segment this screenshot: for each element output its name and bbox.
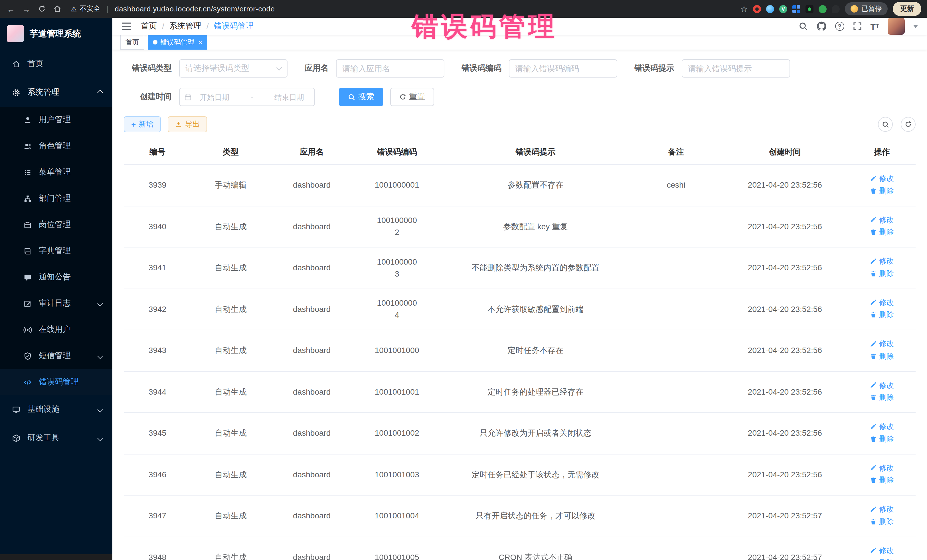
pin-extension-icon[interactable] (832, 5, 840, 13)
cell-app-name: dashboard (271, 247, 353, 288)
delete-link[interactable]: 删除 (870, 227, 894, 238)
sidebar-submenu-item[interactable]: 菜单管理 (0, 159, 112, 185)
delete-link[interactable]: 删除 (870, 268, 894, 279)
app-logo[interactable]: 芋道管理系统 (0, 18, 112, 50)
edit-link[interactable]: 修改 (870, 255, 894, 267)
red-ring-extension-icon[interactable] (753, 5, 761, 13)
error-code-input[interactable] (509, 59, 617, 77)
help-icon[interactable]: ? (835, 22, 844, 31)
error-type-select[interactable]: 请选择错误码类型 (179, 59, 287, 77)
filter-label: 错误码类型 (124, 63, 172, 74)
avatar-caret-icon[interactable] (913, 25, 918, 28)
table-row[interactable]: 3945 自动生成 dashboard 1001001002 只允许修改为开启或… (124, 413, 916, 454)
delete-link[interactable]: 删除 (870, 392, 894, 403)
sidebar-submenu-item[interactable]: 审计日志 (0, 290, 112, 317)
sidebar-submenu-item[interactable]: 在线用户 (0, 317, 112, 343)
cell-remark: ceshi (631, 164, 722, 206)
column-header: 类型 (191, 140, 271, 164)
edit-link[interactable]: 修改 (870, 173, 894, 184)
vue-devtools-extension-icon[interactable]: V (779, 5, 787, 13)
delete-link[interactable]: 删除 (870, 475, 894, 486)
delete-link[interactable]: 删除 (870, 433, 894, 445)
paused-badge[interactable]: 已暂停 (845, 2, 887, 15)
sidebar-item-devtools[interactable]: 研发工具 (0, 424, 112, 452)
refresh-table-button[interactable] (901, 117, 916, 132)
reset-button-label: 重置 (409, 92, 425, 102)
edit-link[interactable]: 修改 (870, 338, 894, 349)
security-indicator[interactable]: ⚠ 不安全 (71, 4, 100, 14)
toggle-search-button[interactable] (878, 117, 893, 132)
search-button[interactable]: 搜索 (339, 88, 383, 106)
reload-button[interactable] (36, 5, 47, 12)
sidebar-submenu-item[interactable]: 用户管理 (0, 107, 112, 133)
table-row[interactable]: 3944 自动生成 dashboard 1001001001 定时任务的处理器已… (124, 371, 916, 413)
tab-home[interactable]: 首页 (120, 35, 144, 50)
edit-link[interactable]: 修改 (870, 379, 894, 391)
table-row[interactable]: 3941 自动生成 dashboard 1001000003 不能删除类型为系统… (124, 247, 916, 288)
sidebar-submenu-item[interactable]: 短信管理 (0, 343, 112, 369)
sidebar-submenu-item[interactable]: 角色管理 (0, 133, 112, 159)
table-row[interactable]: 3946 自动生成 dashboard 1001001003 定时任务已经处于该… (124, 454, 916, 495)
sidebar-item-home[interactable]: 首页 (0, 50, 112, 78)
cell-actions: 修改 删除 (848, 330, 916, 371)
delete-link[interactable]: 删除 (870, 351, 894, 362)
table-row[interactable]: 3948 自动生成 dashboard 1001001005 CRON 表达式不… (124, 537, 916, 560)
hamburger-menu-icon[interactable] (122, 22, 132, 31)
edit-link[interactable]: 修改 (870, 462, 894, 473)
edit-link[interactable]: 修改 (870, 504, 894, 514)
on-switch-extension-icon[interactable] (805, 5, 813, 13)
back-button[interactable]: ← (6, 4, 16, 14)
sidebar-submenu-item[interactable]: 部门管理 (0, 185, 112, 212)
table-row[interactable]: 3947 自动生成 dashboard 1001001004 只有开启状态的任务… (124, 495, 916, 537)
breadcrumb-home[interactable]: 首页 (141, 21, 157, 31)
add-button[interactable]: + 新增 (124, 116, 161, 132)
blue-grid-extension-icon[interactable] (792, 5, 800, 13)
delete-link[interactable]: 删除 (870, 310, 894, 320)
edit-link[interactable]: 修改 (870, 421, 894, 432)
start-date-input[interactable] (194, 93, 235, 101)
filter-label: 错误码提示 (634, 63, 674, 74)
table-row[interactable]: 3942 自动生成 dashboard 1001000004 不允许获取敏感配置… (124, 288, 916, 330)
edit-link[interactable]: 修改 (870, 297, 894, 308)
sidebar-submenu-item[interactable]: 字典管理 (0, 238, 112, 264)
font-size-icon[interactable]: TT (870, 22, 879, 30)
bookmark-star-icon[interactable]: ☆ (740, 4, 748, 14)
breadcrumb-system[interactable]: 系统管理 (169, 21, 201, 31)
sidebar-submenu-item[interactable]: 通知公告 (0, 264, 112, 290)
green-dot-extension-icon[interactable] (819, 5, 827, 13)
close-icon[interactable]: × (199, 39, 202, 46)
update-button[interactable]: 更新 (893, 2, 921, 16)
sidebar-item-infrastructure[interactable]: 基础设施 (0, 395, 112, 424)
table-row[interactable]: 3939 手动编辑 dashboard 1001000001 参数配置不存在 c… (124, 164, 916, 206)
sidebar-item-system[interactable]: 系统管理 (0, 78, 112, 107)
end-date-input[interactable] (269, 93, 310, 101)
browser-home-button[interactable] (52, 5, 62, 13)
address-url[interactable]: dashboard.yudao.iocoder.cn/system/error-… (115, 5, 275, 13)
app-name-input[interactable] (336, 59, 444, 77)
reset-button[interactable]: 重置 (390, 88, 434, 106)
avatar[interactable] (887, 18, 905, 35)
delete-link[interactable]: 删除 (870, 516, 894, 527)
sidebar-submenu-item[interactable]: 岗位管理 (0, 212, 112, 238)
cell-actions: 修改 删除 (848, 454, 916, 495)
delete-link[interactable]: 删除 (870, 557, 894, 560)
infra-icon (11, 405, 21, 414)
fullscreen-icon[interactable] (853, 22, 862, 31)
error-hint-input[interactable] (682, 59, 790, 77)
cell-app-name: dashboard (271, 330, 353, 371)
edit-link[interactable]: 修改 (870, 214, 894, 225)
edit-link[interactable]: 修改 (870, 545, 894, 556)
search-icon[interactable] (798, 22, 807, 31)
table-row[interactable]: 3943 自动生成 dashboard 1001001000 定时任务不存在 2… (124, 330, 916, 371)
tab-error-code[interactable]: 错误码管理 × (148, 35, 207, 50)
date-range-picker[interactable]: - (179, 88, 315, 106)
sidebar-submenu-item[interactable]: 错误码管理 (0, 369, 112, 395)
cell-remark (631, 371, 722, 413)
github-icon[interactable] (816, 21, 826, 31)
forward-button[interactable]: → (21, 4, 31, 14)
blue-drop-extension-icon[interactable] (766, 5, 774, 13)
export-button[interactable]: 导出 (168, 116, 207, 132)
delete-link[interactable]: 删除 (870, 185, 894, 196)
cell-id: 3939 (124, 164, 191, 206)
table-row[interactable]: 3940 自动生成 dashboard 1001000002 参数配置 key … (124, 206, 916, 247)
